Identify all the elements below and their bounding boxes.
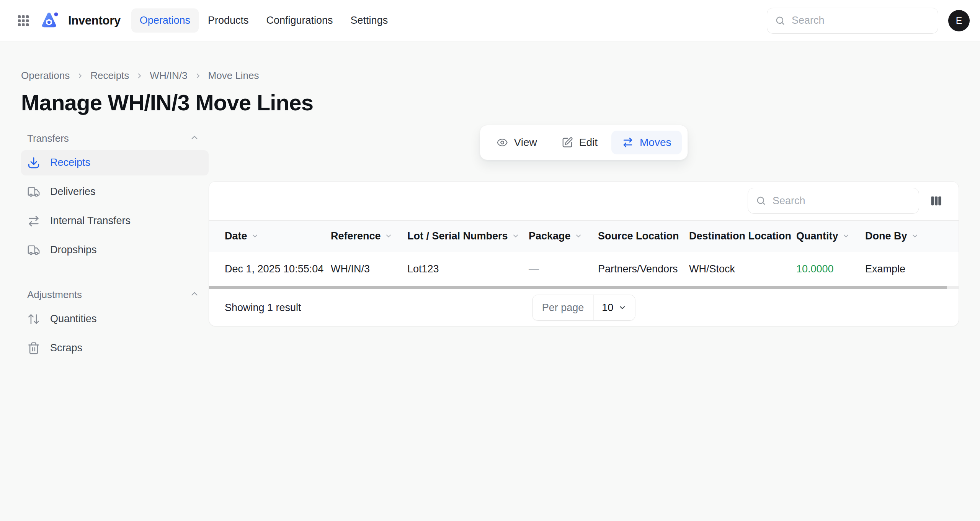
sidebar-item-label: Receipts (50, 157, 90, 169)
cell-source-location: Partners/Vendors (598, 252, 689, 286)
columns-icon[interactable] (929, 194, 943, 208)
column-header-lot-serial[interactable]: Lot / Serial Numbers (407, 220, 529, 252)
column-header-package[interactable]: Package (529, 220, 598, 252)
sidebar-item-label: Scraps (50, 342, 82, 354)
chevron-down-icon (251, 232, 259, 240)
nav-operations[interactable]: Operations (131, 8, 199, 33)
chevron-right-icon (136, 72, 143, 79)
sidebar: Transfers Receipts Deliveries (21, 125, 209, 361)
cell-date: Dec 1, 2025 10:55:04 (209, 252, 331, 286)
trash-icon (27, 342, 40, 355)
cell-package: — (529, 252, 598, 286)
download-icon (27, 156, 40, 169)
sidebar-item-label: Dropships (50, 244, 97, 256)
breadcrumb-move-lines: Move Lines (208, 70, 259, 82)
per-page-label: Per page (533, 295, 594, 320)
top-bar: Inventory Operations Products Configurat… (0, 0, 980, 41)
sidebar-item-receipts[interactable]: Receipts (21, 150, 209, 175)
cell-lot-serial: Lot123 (407, 252, 529, 286)
page-title: Manage WH/IN/3 Move Lines (21, 90, 959, 116)
global-search[interactable] (767, 8, 938, 34)
moves-tab[interactable]: Moves (611, 131, 682, 154)
sidebar-item-quantities[interactable]: Quantities (21, 306, 209, 332)
sidebar-section-adjustments[interactable]: Adjustments (21, 281, 209, 303)
sidebar-item-label: Internal Transfers (50, 215, 131, 227)
chevron-down-icon (842, 232, 850, 240)
primary-nav: Operations Products Configurations Setti… (131, 8, 396, 33)
results-summary: Showing 1 result (225, 302, 301, 314)
scrollbar-thumb[interactable] (209, 286, 947, 289)
chevron-down-icon (911, 232, 919, 240)
cell-done-by: Example (865, 252, 959, 286)
table-search-input[interactable] (772, 195, 911, 207)
cell-destination-location: WH/Stock (689, 252, 796, 286)
cell-quantity: 10.0000 (796, 252, 865, 286)
table-header-row: Date Reference Lot / Serial Numbers Pack… (209, 220, 959, 252)
chevron-up-icon (189, 289, 199, 299)
column-header-reference[interactable]: Reference (331, 220, 407, 252)
sidebar-item-internal-transfers[interactable]: Internal Transfers (21, 208, 209, 234)
sidebar-item-scraps[interactable]: Scraps (21, 336, 209, 361)
column-header-done-by[interactable]: Done By (865, 220, 959, 252)
sidebar-item-label: Deliveries (50, 186, 96, 198)
table-search[interactable] (748, 188, 919, 214)
sidebar-item-deliveries[interactable]: Deliveries (21, 179, 209, 205)
breadcrumb: Operations Receipts WH/IN/3 Move Lines (21, 70, 959, 82)
edit-tab[interactable]: Edit (551, 131, 608, 154)
chevron-right-icon (194, 72, 201, 79)
per-page-select[interactable]: Per page 10 (532, 295, 635, 321)
breadcrumb-receipts[interactable]: Receipts (90, 70, 129, 82)
sidebar-section-transfers[interactable]: Transfers (21, 125, 209, 146)
column-header-source-location: Source Location (598, 220, 689, 252)
per-page-value: 10 (602, 302, 613, 314)
moves-arrows-icon (622, 137, 634, 148)
truck-icon (27, 244, 40, 257)
inventory-app-logo-icon (39, 11, 59, 31)
pencil-icon (562, 137, 573, 148)
cell-reference: WH/IN/3 (331, 252, 407, 286)
sidebar-item-dropships[interactable]: Dropships (21, 238, 209, 263)
user-avatar[interactable]: E (948, 10, 970, 31)
nav-products[interactable]: Products (199, 8, 257, 33)
column-header-quantity[interactable]: Quantity (796, 220, 865, 252)
column-header-date[interactable]: Date (209, 220, 331, 252)
app-title: Inventory (68, 14, 121, 28)
chevron-right-icon (77, 72, 83, 79)
sidebar-item-label: Quantities (50, 313, 97, 325)
horizontal-scrollbar[interactable] (209, 286, 959, 289)
view-switcher: View Edit Moves (480, 125, 688, 160)
truck-icon (27, 185, 40, 198)
breadcrumb-operations[interactable]: Operations (21, 70, 70, 82)
chevron-down-icon (618, 303, 626, 312)
view-tab[interactable]: View (486, 131, 548, 154)
move-lines-card: Date Reference Lot / Serial Numbers Pack… (209, 181, 959, 327)
up-down-arrows-icon (27, 313, 40, 326)
move-lines-table: Date Reference Lot / Serial Numbers Pack… (209, 220, 959, 287)
breadcrumb-transfer[interactable]: WH/IN/3 (150, 70, 187, 82)
table-row[interactable]: Dec 1, 2025 10:55:04 WH/IN/3 Lot123 — Pa… (209, 252, 959, 286)
global-search-input[interactable] (791, 14, 930, 27)
chevron-up-icon (189, 133, 199, 143)
chevron-down-icon (385, 232, 392, 240)
chevron-down-icon (575, 232, 582, 240)
search-icon (775, 15, 786, 26)
eye-icon (497, 137, 508, 148)
nav-configurations[interactable]: Configurations (258, 8, 341, 33)
search-icon (756, 195, 766, 206)
column-header-destination-location: Destination Location (689, 220, 796, 252)
transfer-arrows-icon (27, 215, 40, 228)
chevron-down-icon (512, 232, 519, 240)
app-launcher-icon[interactable] (17, 14, 30, 27)
nav-settings[interactable]: Settings (342, 8, 397, 33)
